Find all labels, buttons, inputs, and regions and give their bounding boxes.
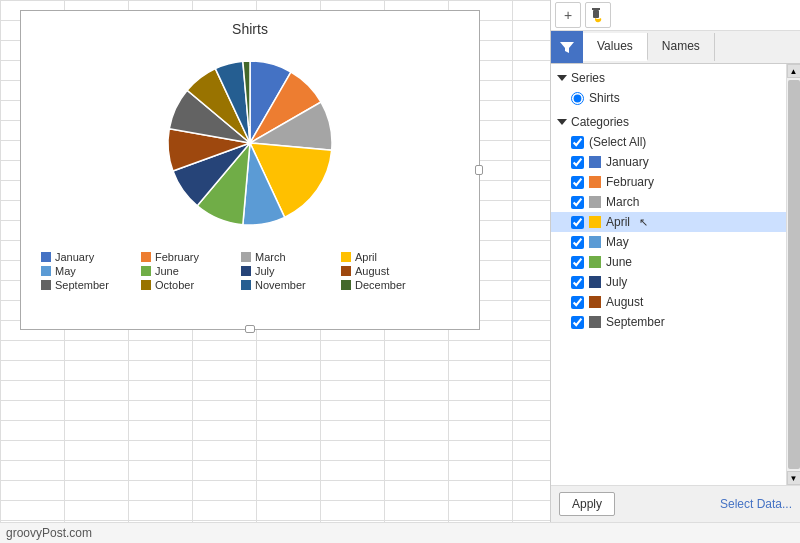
filter-header: Values Names bbox=[551, 31, 800, 64]
resize-handle-bottom[interactable] bbox=[245, 325, 255, 333]
paint-button[interactable] bbox=[585, 2, 611, 28]
cat-label-january: January bbox=[606, 155, 649, 169]
tab-names[interactable]: Names bbox=[648, 33, 715, 61]
checkbox-july[interactable] bbox=[571, 276, 584, 289]
filter-panel: Values Names Series Shirts bbox=[551, 31, 800, 522]
category-item-february[interactable]: February bbox=[551, 172, 786, 192]
filter-tabs: Values Names bbox=[583, 33, 800, 61]
scrollbar-up[interactable]: ▲ bbox=[787, 64, 801, 78]
add-button[interactable]: + bbox=[555, 2, 581, 28]
categories-header: Categories bbox=[551, 112, 786, 132]
series-label: Series bbox=[571, 71, 605, 85]
category-item-july[interactable]: July bbox=[551, 272, 786, 292]
legend-item-may: May bbox=[41, 265, 131, 277]
swatch-march bbox=[589, 196, 601, 208]
cursor-icon: ↖ bbox=[639, 216, 648, 229]
legend-color-december bbox=[341, 280, 351, 290]
categories-label: Categories bbox=[571, 115, 629, 129]
series-item-shirts[interactable]: Shirts bbox=[551, 88, 786, 108]
category-item-june[interactable]: June bbox=[551, 252, 786, 272]
filter-scrollbar[interactable]: ▲ ▼ bbox=[786, 64, 800, 485]
legend-color-november bbox=[241, 280, 251, 290]
checkbox-may[interactable] bbox=[571, 236, 584, 249]
scrollbar-down[interactable]: ▼ bbox=[787, 471, 801, 485]
legend-item-march: March bbox=[241, 251, 331, 263]
legend-label-april: April bbox=[355, 251, 377, 263]
checkbox-february[interactable] bbox=[571, 176, 584, 189]
cat-label-august: August bbox=[606, 295, 643, 309]
legend-label-july: July bbox=[255, 265, 275, 277]
category-item-may[interactable]: May bbox=[551, 232, 786, 252]
checkbox-january[interactable] bbox=[571, 156, 584, 169]
cat-label-september: September bbox=[606, 315, 665, 329]
legend-item-october: October bbox=[141, 279, 231, 291]
cat-label-july: July bbox=[606, 275, 627, 289]
category-item-august[interactable]: August bbox=[551, 292, 786, 312]
legend-color-july bbox=[241, 266, 251, 276]
svg-rect-1 bbox=[593, 10, 599, 18]
chart-legend: JanuaryFebruaryMarchAprilMayJuneJulyAugu… bbox=[31, 251, 469, 291]
apply-button[interactable]: Apply bbox=[559, 492, 615, 516]
select-data-link[interactable]: Select Data... bbox=[720, 497, 792, 511]
legend-color-june bbox=[141, 266, 151, 276]
legend-label-august: August bbox=[355, 265, 389, 277]
legend-item-june: June bbox=[141, 265, 231, 277]
filter-footer: Apply Select Data... bbox=[551, 485, 800, 522]
checkbox-select-all[interactable] bbox=[571, 136, 584, 149]
cat-label-may: May bbox=[606, 235, 629, 249]
swatch-september bbox=[589, 316, 601, 328]
chart-title: Shirts bbox=[232, 21, 268, 37]
legend-label-october: October bbox=[155, 279, 194, 291]
legend-label-december: December bbox=[355, 279, 406, 291]
watermark: groovyPost.com bbox=[0, 522, 800, 543]
checkbox-august[interactable] bbox=[571, 296, 584, 309]
legend-color-september bbox=[41, 280, 51, 290]
checkbox-september[interactable] bbox=[571, 316, 584, 329]
legend-item-february: February bbox=[141, 251, 231, 263]
legend-label-june: June bbox=[155, 265, 179, 277]
checkbox-june[interactable] bbox=[571, 256, 584, 269]
cat-label-march: March bbox=[606, 195, 639, 209]
chart-wrapper: Shirts JanuaryFebruaryMarchAprilMayJuneJ… bbox=[20, 10, 480, 330]
swatch-august bbox=[589, 296, 601, 308]
main-container: Shirts JanuaryFebruaryMarchAprilMayJuneJ… bbox=[0, 0, 800, 522]
select-all-label: (Select All) bbox=[589, 135, 646, 149]
category-items-container: January February March April ↖ May June bbox=[551, 152, 786, 332]
category-item-march[interactable]: March bbox=[551, 192, 786, 212]
cat-label-june: June bbox=[606, 255, 632, 269]
legend-item-april: April bbox=[341, 251, 431, 263]
legend-color-april bbox=[341, 252, 351, 262]
swatch-may bbox=[589, 236, 601, 248]
scrollbar-thumb[interactable] bbox=[788, 80, 800, 469]
filter-icon-btn[interactable] bbox=[551, 31, 583, 63]
legend-item-january: January bbox=[41, 251, 131, 263]
legend-item-september: September bbox=[41, 279, 131, 291]
pie-chart bbox=[140, 43, 360, 243]
cat-label-april: April bbox=[606, 215, 630, 229]
pie-svg bbox=[140, 43, 360, 243]
checkbox-march[interactable] bbox=[571, 196, 584, 209]
paint-icon bbox=[590, 7, 606, 23]
resize-handle-right[interactable] bbox=[475, 165, 483, 175]
legend-item-august: August bbox=[341, 265, 431, 277]
legend-color-march bbox=[241, 252, 251, 262]
series-radio-shirts[interactable] bbox=[571, 92, 584, 105]
svg-rect-0 bbox=[592, 8, 600, 10]
legend-color-february bbox=[141, 252, 151, 262]
category-item-january[interactable]: January bbox=[551, 152, 786, 172]
swatch-june bbox=[589, 256, 601, 268]
category-item-september[interactable]: September bbox=[551, 312, 786, 332]
filter-list: Series Shirts Categories (Select Al bbox=[551, 64, 786, 485]
filter-body: Series Shirts Categories (Select Al bbox=[551, 64, 800, 485]
legend-label-november: November bbox=[255, 279, 306, 291]
swatch-january bbox=[589, 156, 601, 168]
tab-values[interactable]: Values bbox=[583, 33, 648, 61]
category-select-all[interactable]: (Select All) bbox=[551, 132, 786, 152]
legend-color-august bbox=[341, 266, 351, 276]
swatch-july bbox=[589, 276, 601, 288]
checkbox-april[interactable] bbox=[571, 216, 584, 229]
legend-item-december: December bbox=[341, 279, 431, 291]
legend-label-february: February bbox=[155, 251, 199, 263]
category-item-april[interactable]: April ↖ bbox=[551, 212, 786, 232]
toolbar-row: + bbox=[551, 0, 800, 31]
